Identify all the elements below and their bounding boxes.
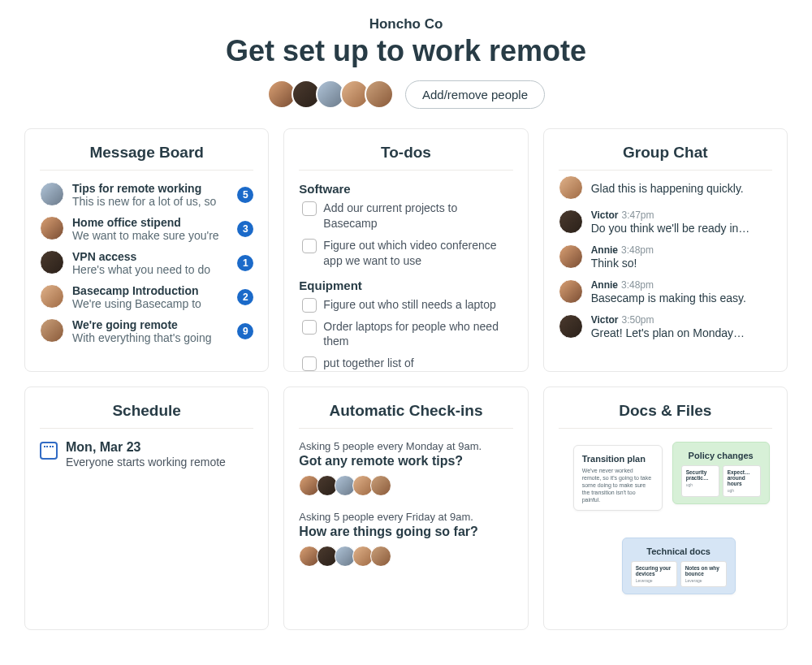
card-title: Docs & Files [559,402,772,429]
chat-time: 3:48pm [621,279,654,291]
todo-item[interactable]: Order laptops for people who need them [299,319,512,350]
message-item[interactable]: VPN access Here's what you need to do 1 [40,250,253,276]
chat-time: 3:47pm [621,209,654,221]
checkbox-icon[interactable] [302,239,317,253]
checkins-card[interactable]: Automatic Check-ins Asking 5 people ever… [283,386,528,630]
checkin-item[interactable]: Asking 5 people every Monday at 9am. Got… [299,440,512,496]
checkin-avatars [299,546,512,567]
checkin-avatars [299,475,512,496]
chat-author: Annie [591,244,618,256]
avatar [559,175,583,200]
card-title: To-dos [299,144,512,171]
chat-message[interactable]: Annie3:48pm Basecamp is making this easy… [559,279,772,304]
message-preview: Here's what you need to do [72,263,229,276]
schedule-card[interactable]: Schedule Mon, Mar 23 Everyone starts wor… [24,386,269,630]
subdoc-text: Leverage [685,578,722,583]
doc-body: We've never worked remote, so it's going… [582,467,654,503]
chat-time: 3:50pm [621,314,654,326]
doc-tile-policy[interactable]: Policy changes Security practic… ugh Exp… [672,442,770,504]
avatar [40,216,64,240]
add-remove-people-button[interactable]: Add/remove people [405,80,545,109]
chat-text: Basecamp is making this easy. [591,291,772,304]
todo-list-name[interactable]: Equipment [299,279,512,292]
avatar[interactable] [365,80,394,109]
group-chat-card[interactable]: Group Chat Glad this is happening quickl… [543,128,788,372]
todo-item[interactable]: Figure out which video conference app we… [299,238,512,269]
doc-tile-technical[interactable]: Technical docs Securing your devices Lev… [622,538,736,594]
avatar [40,284,64,309]
comment-count-badge: 3 [237,221,253,237]
checkin-item[interactable]: Asking 5 people every Friday at 9am. How… [299,511,512,567]
card-title: Automatic Check-ins [299,402,512,429]
docs-preview: Transition plan We've never worked remot… [559,440,772,619]
subdoc-title: Expect… around hours [728,469,756,486]
avatar [370,546,391,567]
chat-text: Great! Let's plan on Monday… [591,326,772,339]
checkin-schedule: Asking 5 people every Friday at 9am. [299,511,512,523]
card-title: Message Board [40,144,253,171]
message-item[interactable]: We're going remote With everything that'… [40,318,253,344]
message-preview: With everything that's going [72,331,229,344]
message-title: We're going remote [72,318,229,331]
subdoc-title: Securing your devices [636,565,672,576]
chat-message[interactable]: Victor3:50pm Great! Let's plan on Monday… [559,314,772,339]
chat-author: Victor [591,209,619,221]
subdoc: Securing your devices Leverage [631,561,677,587]
docs-files-card[interactable]: Docs & Files Transition plan We've never… [543,386,788,630]
avatar [559,244,583,269]
chat-list: Glad this is happening quickly. Victor3:… [559,182,772,339]
project-header: Honcho Co Get set up to work remote Add/… [24,16,788,109]
chat-message[interactable]: Annie3:48pm Think so! [559,244,772,270]
todo-text: Add our current projects to Basecamp [323,201,512,231]
doc-title: Technical docs [631,546,727,556]
message-preview: We're using Basecamp to [72,297,229,310]
checkin-question: Got any remote work tips? [299,454,512,469]
todo-item[interactable]: Figure out who still needs a laptop [299,297,512,313]
comment-count-badge: 5 [237,187,253,203]
message-title: VPN access [72,250,229,263]
comment-count-badge: 2 [237,289,253,305]
message-item[interactable]: Basecamp Introduction We're using Baseca… [40,284,253,310]
message-preview: We want to make sure you're [72,229,229,242]
message-item[interactable]: Home office stipend We want to make sure… [40,216,253,242]
event-desc: Everyone starts working remote [66,455,253,470]
checkbox-icon[interactable] [302,298,317,313]
chat-text: Glad this is happening quickly. [591,182,772,195]
subdoc: Expect… around hours ugh [723,465,761,497]
message-title: Basecamp Introduction [72,284,229,297]
avatar [559,314,583,339]
subdoc-title: Notes on why bounce [685,565,722,576]
schedule-event[interactable]: Mon, Mar 23 Everyone starts working remo… [40,440,253,470]
todo-list: Equipment Figure out who still needs a l… [299,279,512,372]
message-item[interactable]: Tips for remote working This is new for … [40,182,253,208]
doc-tile-transition[interactable]: Transition plan We've never worked remot… [573,445,663,511]
subdoc-text: ugh [728,488,756,493]
avatar [40,318,64,343]
subdoc-title: Security practic… [686,469,715,481]
todo-text: Order laptops for people who need them [323,319,512,350]
chat-text: Do you think we'll be ready in… [591,222,772,235]
avatar [559,279,583,304]
subdoc-text: ugh [686,482,715,487]
calendar-icon [40,442,58,460]
comment-count-badge: 9 [237,323,253,339]
chat-message[interactable]: Victor3:47pm Do you think we'll be ready… [559,209,772,235]
checkbox-icon[interactable] [302,320,317,335]
people-row: Add/remove people [24,80,788,109]
chat-message[interactable]: Glad this is happening quickly. [559,182,772,200]
todo-text: Figure out which video conference app we… [323,238,512,269]
message-board-card[interactable]: Message Board Tips for remote working Th… [24,128,269,372]
todo-list-name[interactable]: Software [299,182,512,196]
todo-item[interactable]: put together list of [299,356,512,371]
avatar-stack [267,80,394,109]
todo-item[interactable]: Add our current projects to Basecamp [299,201,512,231]
message-title: Tips for remote working [72,182,229,195]
todos-card[interactable]: To-dos Software Add our current projects… [283,128,528,372]
checkbox-icon[interactable] [302,201,317,216]
chat-text: Think so! [591,257,772,270]
message-list: Tips for remote working This is new for … [40,182,253,344]
checkbox-icon[interactable] [302,356,317,371]
todo-text: put together list of [323,356,413,371]
chat-author: Victor [591,314,619,326]
todo-list: Software Add our current projects to Bas… [299,182,512,269]
